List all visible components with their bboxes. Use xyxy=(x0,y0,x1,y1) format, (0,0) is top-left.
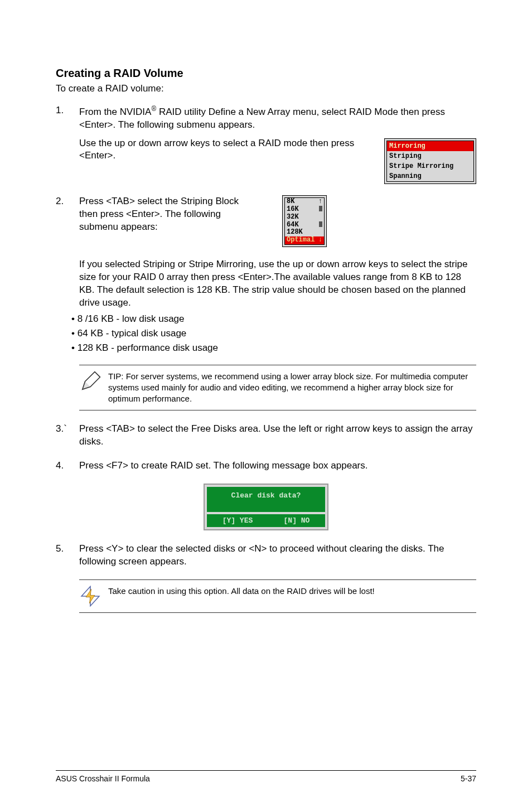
raid-mode-menu: Mirroring Striping Stripe Mirroring Span… xyxy=(384,138,476,185)
step-5-text: Press <Y> to clear the selected disks or… xyxy=(79,543,476,568)
step-1: 1. From the NVIDIA® RAID utility Define … xyxy=(56,104,476,184)
tip-text: TIP: For server systems, we recommend us… xyxy=(108,371,476,405)
page-footer: ASUS Crosshair II Formula 5-37 xyxy=(56,770,476,783)
step-number: 2. xyxy=(56,195,79,247)
step-3: 3.` Press <TAB> to select the Free Disks… xyxy=(56,423,476,448)
dialog-no-button[interactable]: [N] NO xyxy=(284,516,310,525)
text-fragment: From the NVIDIA xyxy=(79,107,151,117)
raid-mode-mirroring[interactable]: Mirroring xyxy=(387,141,473,151)
stripe-usage-list: 8 /16 KB - low disk usage 64 KB - typica… xyxy=(71,313,476,355)
step-number: 5. xyxy=(56,543,79,568)
arrow-up-icon: ↑ xyxy=(318,198,322,206)
lightning-icon xyxy=(79,586,101,607)
stripe-32k[interactable]: 32K xyxy=(287,214,299,221)
section-title: Creating a RAID Volume xyxy=(56,67,476,80)
stripe-optimal[interactable]: Optimal xyxy=(287,236,315,244)
step-1-line2: Use the up or down arrow keys to select … xyxy=(79,137,376,163)
step-2-explanation: If you selected Striping or Stripe Mirro… xyxy=(79,258,476,310)
clear-disk-dialog: Clear disk data? [Y] YES [N] NO xyxy=(204,484,328,530)
dialog-yes-button[interactable]: [Y] YES xyxy=(223,516,253,525)
pencil-icon xyxy=(79,371,101,392)
raid-mode-stripe-mirroring[interactable]: Stripe Mirroring xyxy=(387,161,473,171)
step-2: 2. Press <TAB> select the Striping Block… xyxy=(56,195,476,247)
scrollbar-thumb[interactable] xyxy=(319,206,322,211)
stripe-128k[interactable]: 128K xyxy=(287,229,303,236)
tip-note: TIP: For server systems, we recommend us… xyxy=(79,365,476,411)
steps-list-cont2: 5. Press <Y> to clear the selected disks… xyxy=(56,543,476,568)
dialog-title: Clear disk data? xyxy=(207,487,325,512)
step-4-text: Press <F7> to create RAID set. The follo… xyxy=(79,460,476,472)
caution-text: Take caution in using this option. All d… xyxy=(108,586,375,597)
page: Creating a RAID Volume To create a RAID … xyxy=(0,0,532,802)
stripe-size-menu: 8K↑ 16K 32K 64K 128K Optimal↓ xyxy=(282,195,327,247)
scrollbar-thumb[interactable] xyxy=(319,221,322,227)
step-4: 4. Press <F7> to create RAID set. The fo… xyxy=(56,460,476,472)
steps-list-cont: 3.` Press <TAB> to select the Free Disks… xyxy=(56,423,476,472)
registered-mark: ® xyxy=(151,105,156,113)
caution-note: Take caution in using this option. All d… xyxy=(79,579,476,613)
raid-mode-striping[interactable]: Striping xyxy=(387,151,473,161)
steps-list: 1. From the NVIDIA® RAID utility Define … xyxy=(56,104,476,247)
stripe-8k[interactable]: 8K xyxy=(287,198,294,206)
footer-left: ASUS Crosshair II Formula xyxy=(56,774,150,783)
bullet-typical-usage: 64 KB - typical disk usage xyxy=(71,327,476,340)
raid-mode-spanning[interactable]: Spanning xyxy=(387,171,473,181)
arrow-down-icon: ↓ xyxy=(318,236,322,244)
dialog-container: Clear disk data? [Y] YES [N] NO xyxy=(56,484,476,530)
step-1-line1: From the NVIDIA® RAID utility Define a N… xyxy=(79,104,476,132)
step-number: 4. xyxy=(56,460,79,472)
step-number: 1. xyxy=(56,104,79,184)
bullet-low-usage: 8 /16 KB - low disk usage xyxy=(71,313,476,326)
stripe-16k[interactable]: 16K xyxy=(287,206,299,214)
step-5: 5. Press <Y> to clear the selected disks… xyxy=(56,543,476,568)
bullet-performance-usage: 128 KB - performance disk usage xyxy=(71,342,476,355)
footer-page-number: 5-37 xyxy=(461,774,476,783)
step-2-text: Press <TAB> select the Striping Block th… xyxy=(79,195,246,234)
step-3-text: Press <TAB> to select the Free Disks are… xyxy=(79,423,476,448)
step-number: 3.` xyxy=(56,423,79,448)
intro-text: To create a RAID volume: xyxy=(56,83,476,94)
svg-marker-1 xyxy=(86,589,95,603)
stripe-64k[interactable]: 64K xyxy=(287,221,299,229)
